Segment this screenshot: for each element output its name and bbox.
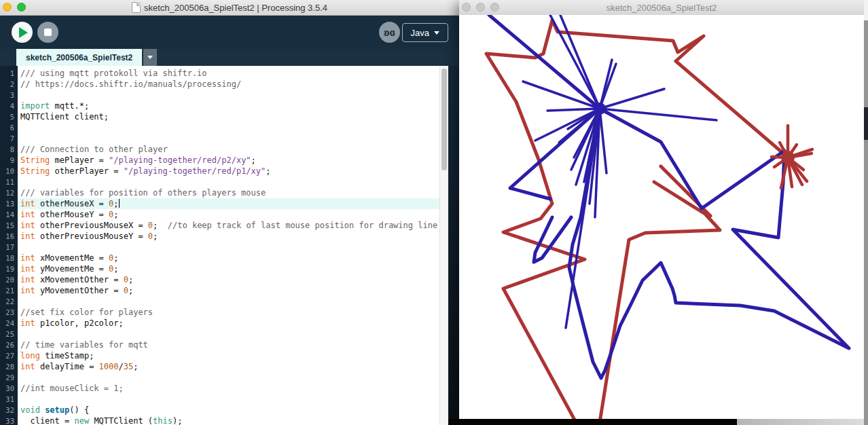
minimize-button[interactable]	[3, 3, 12, 12]
sketch-titlebar[interactable]: sketch_200506a_SpielTest2	[459, 0, 864, 16]
code-line[interactable]: client = new MQTTClient (this);	[18, 415, 439, 425]
ide-right-margin	[448, 66, 459, 425]
mode-dropdown[interactable]: Java	[402, 23, 448, 42]
stop-button[interactable]	[37, 22, 58, 43]
code-line[interactable]: /// variables for position of others pla…	[18, 187, 439, 198]
stop-icon	[44, 29, 52, 36]
sketch-window-title: sketch_200506a_SpielTest2	[607, 3, 717, 13]
code-line[interactable]	[18, 394, 439, 405]
code-line[interactable]	[18, 177, 439, 187]
ide-traffic-lights	[3, 3, 26, 12]
code-line[interactable]: /// using mqtt protokoll via shiftr.io	[18, 68, 439, 79]
background-strip-light	[737, 419, 864, 425]
code-line[interactable]: int yMovementMe = 0;	[18, 263, 439, 274]
code-line[interactable]: // https://docs.shiftr.io/manuals/proces…	[18, 79, 439, 90]
code-line[interactable]: long timeStamp;	[18, 350, 439, 361]
debug-button[interactable]: ʚɞ	[379, 22, 400, 43]
background-strip-dark	[448, 419, 737, 425]
code-line[interactable]: int otherMouseX = 0;	[18, 198, 439, 209]
ide-toolbar: ʚɞ Java	[0, 16, 459, 49]
code-line[interactable]: int xMovementMe = 0;	[18, 253, 439, 263]
code-line[interactable]: int otherPreviousMouseX = 0; //to keep t…	[18, 220, 439, 231]
code-line[interactable]	[18, 133, 439, 144]
zoom-button[interactable]	[17, 3, 26, 12]
processing-ide-window: sketch_200506a_SpielTest2 | Processing 3…	[0, 0, 459, 425]
editor-scrollbar[interactable]	[439, 66, 448, 425]
code-line[interactable]	[18, 372, 439, 383]
debug-butterfly-icon: ʚɞ	[384, 26, 395, 38]
text-caret	[119, 199, 120, 208]
editor-scrollbar-thumb[interactable]	[441, 69, 447, 170]
background-window-sliver	[864, 0, 868, 425]
tab-menu-button[interactable]	[143, 49, 157, 66]
code-line[interactable]: void setup() {	[18, 405, 439, 415]
code-line[interactable]: int otherPreviousMouseY = 0;	[18, 231, 439, 242]
sketch-traffic-lights	[462, 3, 499, 12]
ide-titlebar[interactable]: sketch_200506a_SpielTest2 | Processing 3…	[0, 0, 459, 16]
code-line[interactable]: String mePlayer = "/playing-together/red…	[18, 155, 439, 166]
code-line[interactable]: // time variables for mqtt	[18, 339, 439, 350]
code-line[interactable]: int p1color, p2color;	[18, 318, 439, 329]
code-line[interactable]: int yMovementOther = 0;	[18, 285, 439, 296]
code-editor[interactable]: 1234567891011121314151617181920212223242…	[0, 66, 448, 425]
code-line[interactable]: //set fix color for players	[18, 307, 439, 318]
code-line[interactable]	[18, 296, 439, 307]
mode-label: Java	[411, 28, 429, 38]
chevron-down-icon	[434, 31, 439, 35]
document-icon	[132, 2, 141, 13]
code-line[interactable]: //int mouseClick = 1;	[18, 383, 439, 394]
code-line[interactable]: int otherMouseY = 0;	[18, 209, 439, 220]
code-text-area[interactable]: /// using mqtt protokoll via shiftr.io//…	[18, 66, 439, 425]
code-line[interactable]	[18, 122, 439, 133]
code-line[interactable]: /// Connection to other player	[18, 144, 439, 155]
ide-window-title: sketch_200506a_SpielTest2 | Processing 3…	[144, 3, 327, 13]
code-line[interactable]: import mqtt.*;	[18, 100, 439, 111]
zoom-button[interactable]	[490, 3, 499, 12]
tab-bar: sketch_200506a_SpielTest2	[0, 49, 459, 66]
code-line[interactable]: MQTTClient client;	[18, 111, 439, 122]
code-line[interactable]: int xMovementOther = 0;	[18, 274, 439, 285]
line-number-gutter: 1234567891011121314151617181920212223242…	[0, 66, 18, 425]
code-line[interactable]	[18, 242, 439, 253]
sketch-output-window: sketch_200506a_SpielTest2	[459, 0, 864, 419]
run-button[interactable]	[12, 22, 33, 43]
code-line[interactable]	[18, 90, 439, 100]
close-button[interactable]	[462, 3, 471, 12]
sketch-canvas[interactable]	[459, 15, 864, 419]
code-line[interactable]	[18, 329, 439, 339]
sketch-tab-label: sketch_200506a_SpielTest2	[26, 53, 132, 62]
code-line[interactable]: int delayTime = 1000/35;	[18, 361, 439, 372]
play-icon	[19, 27, 28, 38]
chevron-down-icon	[147, 56, 153, 59]
code-line[interactable]: String otherPlayer = "/playing-together/…	[18, 166, 439, 177]
sketch-tab[interactable]: sketch_200506a_SpielTest2	[16, 49, 142, 66]
drawing-lines	[459, 15, 864, 419]
minimize-button[interactable]	[476, 3, 485, 12]
